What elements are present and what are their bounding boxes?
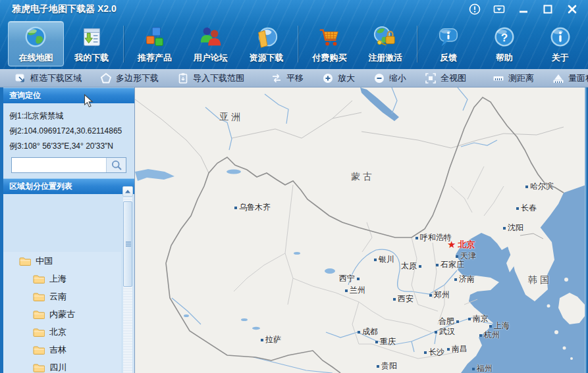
toolbar-item-activate[interactable]: 注册激活 xyxy=(358,21,414,66)
scroll-up-button[interactable] xyxy=(122,186,133,197)
pentagon-icon xyxy=(100,72,112,84)
toolbar-item-label: 付费购买 xyxy=(312,52,346,64)
tool-item-box-select[interactable]: 框选下载区域 xyxy=(5,69,91,87)
tree-item[interactable]: 北京 xyxy=(3,323,121,341)
tool-item-label: 量面积 xyxy=(568,72,588,84)
zoom-out-icon xyxy=(373,72,385,84)
toolbar-item-label: 用户论坛 xyxy=(194,52,228,64)
globe-icon xyxy=(23,24,48,51)
scrollbar-grip xyxy=(126,241,131,243)
scrollbar-track[interactable] xyxy=(123,197,132,373)
search-panel-header: 查询定位 xyxy=(3,87,134,103)
search-example-2: 例2:104.09691724,30.62114865 xyxy=(9,124,134,139)
scroll-up-icon xyxy=(124,189,131,194)
toolbar-item-feedback[interactable]: 反馈 xyxy=(421,21,477,66)
tree-item-label: 云南 xyxy=(49,291,67,303)
tree-item[interactable]: 中国 xyxy=(3,252,121,270)
toolbar-item-label: 推荐产品 xyxy=(138,52,172,64)
tools-bar: 框选下载区域 多边形下载 导入下载范围 平移 放大 缩小 全视图 xyxy=(0,69,588,87)
skin-button[interactable] xyxy=(491,3,507,16)
full-view-icon xyxy=(425,72,437,84)
toolbar-item-my-downloads[interactable]: 我的下载 xyxy=(64,21,120,66)
ruler-icon xyxy=(493,72,504,84)
tree-item[interactable]: 内蒙古 xyxy=(3,305,121,323)
tree-item[interactable]: 吉林 xyxy=(3,341,121,359)
cubes-icon xyxy=(142,24,167,51)
close-icon xyxy=(566,3,579,16)
tool-item-pan[interactable]: 平移 xyxy=(261,69,313,87)
toolbar-item-help[interactable]: ? 帮助 xyxy=(476,21,532,66)
tool-item-measure-area[interactable]: 量面积 xyxy=(543,69,588,87)
info-icon xyxy=(468,3,481,16)
folder-icon xyxy=(33,310,45,319)
tree-scrollbar xyxy=(122,185,133,373)
tool-item-polygon[interactable]: 多边形下载 xyxy=(91,69,168,87)
toolbar-item-resources[interactable]: 资源下载 xyxy=(238,21,294,66)
tool-item-full-view[interactable]: 全视图 xyxy=(415,69,475,87)
zoom-in-icon xyxy=(322,72,334,84)
tool-item-label: 平移 xyxy=(286,72,304,84)
region-list-title: 区域划分位置列表 xyxy=(9,182,72,191)
skin-icon xyxy=(493,3,506,16)
search-example-3: 例3:108° 56′33″E,34° 20′33″N xyxy=(9,139,134,154)
tree-item-label: 北京 xyxy=(49,326,67,338)
folder-icon xyxy=(19,257,31,266)
scrollbar-thumb[interactable] xyxy=(123,201,132,287)
title-bar: 雅虎电子地图下载器 X2.0 xyxy=(0,0,588,18)
folder-icon xyxy=(33,363,45,372)
tool-item-label: 导入下载范围 xyxy=(193,72,244,84)
svg-text:?: ? xyxy=(501,31,508,43)
map-area[interactable]: 亚洲蒙古韩国★北京乌鲁木齐哈尔滨长春沈阳呼和浩特天津银川太原石家庄济南西宁兰州郑… xyxy=(135,87,588,373)
minimize-button[interactable] xyxy=(516,3,531,16)
window-right-border xyxy=(585,87,588,373)
search-input[interactable] xyxy=(12,158,106,172)
info-button[interactable] xyxy=(467,3,483,16)
folder-icon xyxy=(33,345,45,355)
tool-item-import[interactable]: 导入下载范围 xyxy=(168,69,254,87)
select-rect-icon xyxy=(14,72,26,84)
toolbar-item-products[interactable]: 推荐产品 xyxy=(127,21,183,66)
toolbar-item-label: 注册激活 xyxy=(368,52,402,64)
toolbar-item-about[interactable]: 关于 xyxy=(532,21,588,66)
tree-item-label: 四川 xyxy=(49,362,67,373)
folder-icon xyxy=(33,292,45,301)
close-button[interactable] xyxy=(564,3,580,16)
tree-item-label: 吉林 xyxy=(49,344,67,356)
about-icon xyxy=(548,24,573,51)
tool-item-zoom-in[interactable]: 放大 xyxy=(313,69,364,87)
tree-item[interactable]: 四川 xyxy=(3,359,121,373)
toolbar-separator xyxy=(298,26,298,62)
download-list-icon xyxy=(79,24,104,51)
area-ruler-icon xyxy=(552,72,564,84)
search-row xyxy=(3,155,134,178)
top-chrome: 雅虎电子地图下载器 X2.0 xyxy=(0,0,588,69)
toolbar-item-forum[interactable]: 用户论坛 xyxy=(182,21,238,66)
toolbar-item-online-map[interactable]: 在线地图 xyxy=(8,21,64,66)
toolbar-item-label: 我的下载 xyxy=(74,52,109,64)
search-button[interactable] xyxy=(106,158,126,172)
maximize-button[interactable] xyxy=(540,3,556,16)
tree-item-label: 上海 xyxy=(49,273,67,285)
toolbar-item-purchase[interactable]: 付费购买 xyxy=(302,21,358,66)
tree-item[interactable]: 上海 xyxy=(3,270,121,287)
sidebar: 查询定位 例1:北京紫禁城 例2:104.09691724,30.6211486… xyxy=(0,87,135,373)
toolbar-item-label: 反馈 xyxy=(440,52,457,64)
tool-item-zoom-out[interactable]: 缩小 xyxy=(364,69,415,87)
toolbar-item-label: 资源下载 xyxy=(250,52,284,64)
toolbar-separator xyxy=(123,26,124,62)
users-icon xyxy=(198,24,223,51)
maximize-icon xyxy=(541,3,554,16)
folder-icon xyxy=(33,328,45,337)
map-geometry xyxy=(135,87,588,373)
resource-globe-icon xyxy=(254,24,279,51)
search-box xyxy=(11,157,126,173)
pan-arrows-icon xyxy=(271,72,282,84)
tool-item-measure-distance[interactable]: 测距离 xyxy=(483,69,543,87)
search-panel-title: 查询定位 xyxy=(9,91,41,100)
cart-icon xyxy=(317,24,342,51)
folder-icon xyxy=(33,274,45,284)
region-list-header: 区域划分位置列表 xyxy=(3,178,134,194)
tree-item[interactable]: 云南 xyxy=(3,287,121,305)
feedback-bubble-icon xyxy=(436,24,461,51)
main-toolbar: 在线地图 我的下载 推荐产品 用户论坛 xyxy=(0,18,588,69)
